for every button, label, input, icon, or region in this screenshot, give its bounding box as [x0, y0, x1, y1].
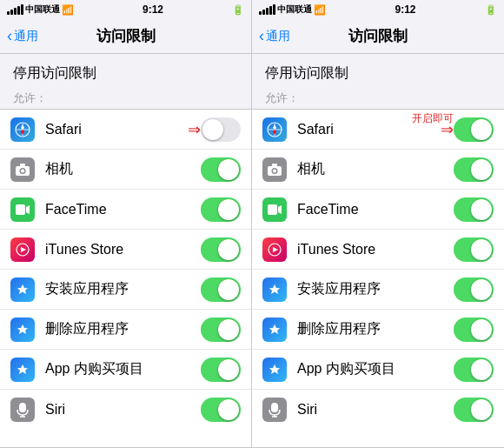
- phone-panel-right: 中国联通 📶 9:12 🔋 ‹ 通用 访问限制 停用访问限制 允许： Safar…: [252, 0, 504, 448]
- toggle-thumb: [471, 119, 492, 140]
- arrow-annotation: ⇒: [188, 120, 201, 139]
- svg-point-22: [273, 169, 276, 172]
- app-icon: [10, 277, 35, 302]
- status-bar: 中国联通 📶 9:12 🔋: [0, 0, 251, 19]
- svg-rect-27: [271, 403, 278, 412]
- list-item[interactable]: 相机: [252, 150, 504, 190]
- list-item[interactable]: App 内购买项目: [252, 350, 504, 390]
- list-item[interactable]: Safari 开启即可 ⇒: [252, 110, 504, 150]
- status-left: 中国联通 📶: [7, 3, 74, 16]
- svg-rect-9: [16, 204, 25, 215]
- app-icon: [262, 237, 287, 262]
- item-label: 相机: [297, 160, 454, 178]
- toggle-thumb: [218, 159, 239, 180]
- signal-icon: [259, 4, 275, 15]
- item-label: 相机: [45, 160, 201, 178]
- item-label: Safari: [45, 122, 201, 137]
- nav-bar: ‹ 通用 访问限制: [252, 19, 504, 54]
- status-bar: 中国联通 📶 9:12 🔋: [252, 0, 504, 19]
- list-item[interactable]: 删除应用程序: [252, 310, 504, 350]
- item-label: FaceTime: [297, 202, 454, 217]
- toggle-thumb: [218, 199, 239, 220]
- item-label: App 内购买项目: [45, 360, 201, 378]
- section-title: 停用访问限制: [252, 54, 504, 88]
- status-right: 🔋: [485, 4, 497, 16]
- item-label: Siri: [297, 402, 454, 418]
- item-label: iTunes Store: [45, 242, 201, 257]
- nav-back-button[interactable]: ‹ 通用: [259, 27, 290, 45]
- nav-title: 访问限制: [348, 26, 408, 46]
- toggle-thumb: [471, 359, 492, 380]
- list-item[interactable]: 删除应用程序: [0, 310, 251, 350]
- toggle-thumb: [218, 319, 239, 340]
- item-label: 删除应用程序: [45, 320, 201, 338]
- svg-marker-10: [26, 205, 30, 214]
- toggle-switch[interactable]: [454, 157, 494, 182]
- list-item[interactable]: iTunes Store: [252, 230, 504, 270]
- list-item[interactable]: App 内购买项目: [0, 350, 251, 390]
- toggle-switch[interactable]: [454, 358, 494, 382]
- toggle-switch[interactable]: [454, 318, 494, 342]
- toggle-switch[interactable]: [201, 358, 241, 382]
- list-item[interactable]: iTunes Store: [0, 230, 251, 270]
- list-item[interactable]: FaceTime: [0, 190, 251, 230]
- svg-marker-25: [278, 205, 282, 214]
- toggle-thumb: [471, 239, 492, 260]
- app-icon: [10, 197, 35, 222]
- list-item[interactable]: 安装应用程序: [0, 270, 251, 310]
- app-icon: [10, 398, 35, 422]
- app-icon: [262, 358, 287, 382]
- toggle-switch[interactable]: [201, 237, 241, 262]
- time-label: 9:12: [143, 3, 163, 16]
- arrow-annotation: ⇒: [441, 120, 454, 139]
- app-icon: [262, 398, 287, 422]
- time-label: 9:12: [395, 3, 415, 16]
- allow-label: 允许：: [252, 88, 504, 109]
- list-item[interactable]: Siri: [0, 390, 251, 430]
- app-icon: [10, 358, 35, 382]
- app-icon: [10, 237, 35, 262]
- nav-title: 访问限制: [96, 26, 156, 46]
- toggle-switch[interactable]: [201, 157, 241, 182]
- nav-back-label: 通用: [266, 29, 290, 44]
- chevron-left-icon: ‹: [7, 27, 12, 45]
- item-label: 安装应用程序: [297, 280, 454, 298]
- toggle-thumb: [202, 119, 223, 140]
- settings-list: Safari 开启即可 ⇒ 相机 FaceTime: [252, 109, 504, 448]
- carrier-label: 中国联通: [25, 3, 60, 16]
- svg-rect-8: [20, 164, 25, 166]
- svg-rect-12: [19, 403, 26, 412]
- item-label: 安装应用程序: [45, 280, 201, 298]
- list-item[interactable]: FaceTime: [252, 190, 504, 230]
- toggle-thumb: [218, 359, 239, 380]
- toggle-switch[interactable]: [201, 398, 241, 422]
- toggle-thumb: [471, 199, 492, 220]
- toggle-switch[interactable]: [454, 277, 494, 302]
- status-right: 🔋: [232, 4, 244, 16]
- app-icon: [10, 117, 35, 142]
- app-icon: [262, 157, 287, 182]
- toggle-switch[interactable]: [201, 197, 241, 222]
- section-title: 停用访问限制: [0, 54, 251, 88]
- status-left: 中国联通 📶: [259, 3, 326, 16]
- list-item[interactable]: 安装应用程序: [252, 270, 504, 310]
- signal-icon: [7, 4, 23, 15]
- chevron-left-icon: ‹: [259, 27, 264, 45]
- app-icon: [10, 157, 35, 182]
- list-item[interactable]: Safari ⇒: [0, 110, 251, 150]
- toggle-switch[interactable]: [454, 237, 494, 262]
- list-item[interactable]: Siri: [252, 390, 504, 430]
- toggle-thumb: [471, 279, 492, 300]
- settings-list: Safari ⇒ 相机 FaceTime: [0, 109, 251, 448]
- app-icon: [262, 197, 287, 222]
- toggle-switch[interactable]: [454, 197, 494, 222]
- toggle-switch[interactable]: [454, 117, 494, 142]
- toggle-switch[interactable]: [201, 277, 241, 302]
- nav-back-button[interactable]: ‹ 通用: [7, 27, 38, 45]
- nav-back-label: 通用: [14, 29, 38, 44]
- toggle-switch[interactable]: [201, 318, 241, 342]
- app-icon: [262, 277, 287, 302]
- toggle-switch[interactable]: [454, 398, 494, 422]
- toggle-switch[interactable]: [201, 117, 241, 142]
- list-item[interactable]: 相机: [0, 150, 251, 190]
